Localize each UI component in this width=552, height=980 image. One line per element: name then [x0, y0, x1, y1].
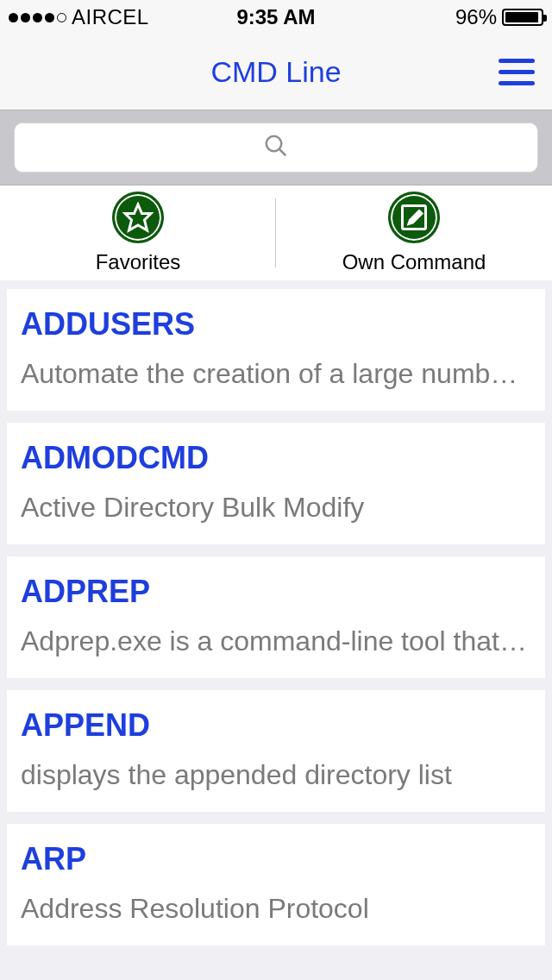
battery-icon — [502, 9, 543, 26]
list-item[interactable]: ADPREP Adprep.exe is a command-line tool… — [7, 556, 545, 678]
command-description: Adprep.exe is a command-line tool that p… — [21, 625, 531, 657]
search-icon — [263, 133, 289, 162]
star-icon — [112, 192, 164, 243]
status-left: AIRCEL — [9, 5, 149, 29]
nav-bar: CMD Line — [0, 35, 552, 110]
signal-strength-icon — [9, 13, 66, 22]
tab-favorites-label: Favorites — [96, 250, 181, 274]
hamburger-icon — [499, 59, 535, 63]
carrier-label: AIRCEL — [72, 5, 149, 29]
edit-icon — [388, 192, 440, 243]
command-description: Address Resolution Protocol — [21, 893, 531, 925]
search-input[interactable] — [14, 122, 538, 173]
command-name: ADMODCMD — [21, 440, 531, 476]
page-title: CMD Line — [210, 55, 341, 89]
status-right: 96% — [455, 5, 543, 29]
search-bar — [0, 110, 552, 185]
svg-point-0 — [267, 136, 282, 152]
tab-favorites[interactable]: Favorites — [0, 185, 276, 280]
tab-own-command-label: Own Command — [342, 250, 486, 274]
command-name: ADDUSERS — [21, 306, 531, 342]
command-description: displays the appended directory list — [21, 759, 531, 791]
clock: 9:35 AM — [236, 5, 315, 29]
command-name: ARP — [21, 841, 531, 877]
list-item[interactable]: APPEND displays the appended directory l… — [7, 690, 545, 812]
command-list: ADDUSERS Automate the creation of a larg… — [0, 280, 552, 945]
tab-own-command[interactable]: Own Command — [276, 185, 552, 280]
battery-percent: 96% — [455, 5, 497, 29]
list-item[interactable]: ADDUSERS Automate the creation of a larg… — [7, 289, 545, 411]
list-item[interactable]: ARP Address Resolution Protocol — [7, 824, 545, 945]
menu-button[interactable] — [499, 59, 535, 85]
list-item[interactable]: ADMODCMD Active Directory Bulk Modify — [7, 423, 545, 544]
command-description: Active Directory Bulk Modify — [21, 492, 531, 524]
tabs: Favorites Own Command — [0, 185, 552, 280]
svg-line-1 — [279, 149, 286, 156]
command-description: Automate the creation of a large number … — [21, 358, 531, 390]
svg-marker-2 — [125, 204, 151, 230]
command-name: ADPREP — [21, 574, 531, 610]
status-bar: AIRCEL 9:35 AM 96% — [0, 0, 552, 35]
command-name: APPEND — [21, 707, 531, 744]
